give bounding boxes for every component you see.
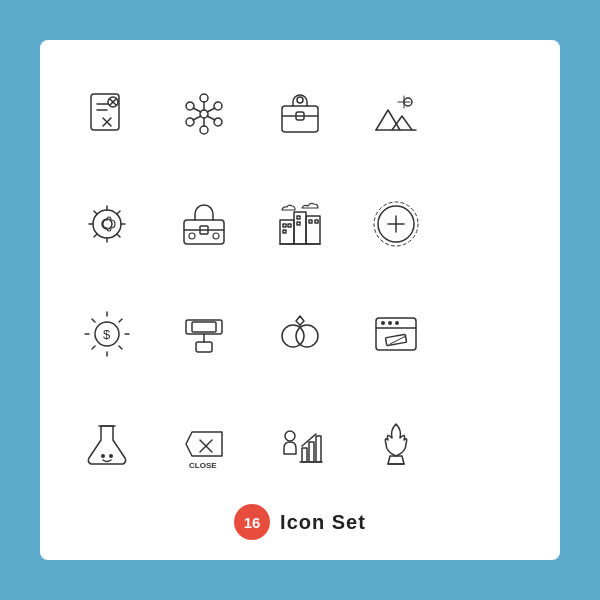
svg-rect-89 — [302, 448, 307, 462]
city-icon — [257, 178, 343, 270]
svg-point-22 — [297, 97, 303, 103]
svg-point-83 — [101, 454, 105, 458]
svg-line-17 — [193, 116, 201, 120]
flask-icon — [64, 398, 150, 490]
svg-rect-90 — [309, 442, 314, 462]
molecule-icon — [160, 68, 246, 160]
svg-line-34 — [117, 234, 120, 237]
svg-point-78 — [388, 321, 392, 325]
svg-rect-46 — [283, 224, 286, 227]
svg-rect-50 — [297, 222, 300, 225]
svg-rect-52 — [315, 220, 318, 223]
settings-puzzle-icon — [64, 178, 150, 270]
svg-line-18 — [207, 116, 215, 120]
svg-point-7 — [200, 94, 208, 102]
svg-rect-49 — [297, 216, 300, 219]
svg-point-84 — [109, 454, 113, 458]
browser-edit-icon — [353, 288, 439, 380]
rings-icon — [257, 288, 343, 380]
empty-slot-2 — [450, 178, 536, 270]
close-tag-icon: CLOSE — [160, 398, 246, 490]
svg-rect-80 — [386, 334, 407, 345]
svg-point-6 — [200, 110, 208, 118]
svg-line-15 — [193, 108, 201, 112]
svg-text:$: $ — [103, 327, 111, 342]
chart-person-icon — [257, 398, 343, 490]
svg-line-16 — [207, 108, 215, 112]
svg-line-35 — [117, 211, 120, 214]
svg-line-63 — [92, 319, 95, 322]
svg-rect-70 — [196, 342, 212, 352]
svg-line-36 — [94, 234, 97, 237]
svg-point-12 — [214, 118, 222, 126]
footer: 16 Icon Set — [234, 504, 366, 540]
svg-point-10 — [214, 102, 222, 110]
svg-line-66 — [92, 346, 95, 349]
landscape-icon — [353, 68, 439, 160]
svg-point-77 — [381, 321, 385, 325]
svg-point-41 — [213, 233, 219, 239]
svg-rect-91 — [316, 436, 321, 462]
svg-rect-68 — [192, 322, 216, 332]
svg-rect-47 — [288, 224, 291, 227]
svg-rect-37 — [184, 220, 224, 244]
empty-slot-4 — [450, 398, 536, 490]
icon-set-card: $ — [40, 40, 560, 560]
briefcase-icon — [257, 68, 343, 160]
file-error-icon — [64, 68, 150, 160]
add-circle-icon — [353, 178, 439, 270]
svg-line-33 — [94, 211, 97, 214]
icons-grid: $ — [64, 68, 536, 490]
empty-slot-3 — [450, 288, 536, 380]
svg-marker-73 — [296, 316, 304, 325]
footer-label: Icon Set — [280, 511, 366, 534]
svg-rect-48 — [283, 230, 286, 233]
svg-point-71 — [282, 325, 304, 347]
svg-rect-42 — [280, 220, 294, 244]
svg-rect-19 — [282, 106, 318, 132]
svg-rect-51 — [309, 220, 312, 223]
svg-text:CLOSE: CLOSE — [189, 461, 217, 470]
svg-point-40 — [189, 233, 195, 239]
toolbox-icon — [160, 178, 246, 270]
dollar-sun-icon: $ — [64, 288, 150, 380]
svg-point-9 — [186, 102, 194, 110]
svg-point-72 — [296, 325, 318, 347]
svg-point-88 — [285, 431, 295, 441]
svg-line-65 — [119, 319, 122, 322]
svg-point-11 — [186, 118, 194, 126]
svg-point-8 — [200, 126, 208, 134]
svg-point-79 — [395, 321, 399, 325]
icon-count-badge: 16 — [234, 504, 270, 540]
paint-roller-icon — [160, 288, 246, 380]
empty-slot-1 — [450, 68, 536, 160]
svg-line-64 — [119, 346, 122, 349]
torch-icon — [353, 398, 439, 490]
